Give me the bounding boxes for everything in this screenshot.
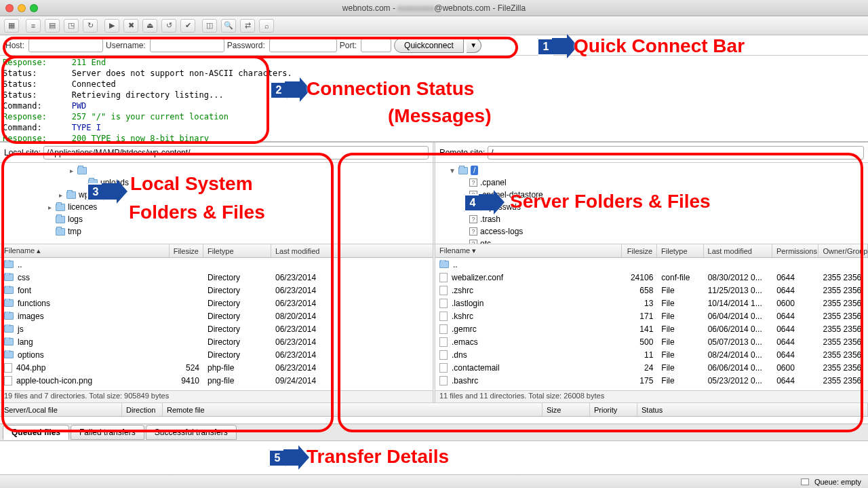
sync-icon[interactable]: ⇄ <box>240 19 255 33</box>
col-direction[interactable]: Direction <box>122 403 163 416</box>
expand-arrow-icon[interactable]: ▼ <box>449 167 456 174</box>
quickconnect-history-button[interactable]: ▼ <box>467 38 481 53</box>
toggle-queue-icon[interactable]: ◳ <box>64 19 79 33</box>
quickconnect-button[interactable]: Quickconnect <box>394 38 464 53</box>
list-item[interactable]: .gemrc141File06/06/2014 0...06442355 235… <box>435 322 868 335</box>
list-item[interactable]: fontDirectory06/23/2014 <box>0 284 433 297</box>
tree-item[interactable]: tmp <box>3 225 430 238</box>
list-item[interactable]: 404.php524php-file06/23/2014 <box>0 361 433 374</box>
cell: 13 <box>623 299 658 308</box>
list-item[interactable]: .kshrc171File06/04/2014 0...06442355 235… <box>435 309 868 322</box>
remote-directory-tree[interactable]: ▼/?.cpanel?.cpanel-datastore?.htpasswds?… <box>435 163 868 244</box>
tree-item[interactable]: ▼/ <box>438 164 865 176</box>
search-icon[interactable]: 🔍 <box>221 19 236 33</box>
tree-item[interactable]: ?etc <box>438 238 865 244</box>
username-input[interactable] <box>150 39 224 52</box>
expand-arrow-icon[interactable]: ▸ <box>46 204 53 211</box>
column-header[interactable]: Filename ▾ <box>435 244 622 257</box>
transfer-queue-body[interactable] <box>0 417 868 424</box>
column-header[interactable]: Filetype <box>203 244 271 257</box>
cell: .kshrc <box>435 312 623 321</box>
tree-item[interactable]: ▸wp-includes <box>3 189 430 201</box>
list-item[interactable]: .contactemail24File06/06/2014 0...060023… <box>435 361 868 374</box>
toggle-tree-icon[interactable]: ▤ <box>45 19 60 33</box>
local-list-body[interactable]: ..cssDirectory06/23/2014fontDirectory06/… <box>0 258 433 390</box>
tab-failed-transfers[interactable]: Failed transfers <box>71 425 144 440</box>
column-header[interactable]: Last modified <box>704 244 773 257</box>
column-header[interactable]: Filename ▴ <box>0 244 170 257</box>
list-item[interactable]: webalizer.conf24106conf-file08/30/2012 0… <box>435 271 868 284</box>
col-priority[interactable]: Priority <box>590 403 637 416</box>
host-input[interactable] <box>28 39 103 52</box>
tab-queued-files[interactable]: Queued files <box>3 425 69 440</box>
tab-successful-transfers[interactable]: Successful transfers <box>146 425 237 440</box>
tree-item[interactable]: ?.htpasswds <box>438 201 865 213</box>
cancel-icon[interactable]: ✖ <box>123 19 138 33</box>
list-item[interactable]: jsDirectory06/23/2014 <box>0 322 433 335</box>
toggle-log-icon[interactable]: ≡ <box>26 19 41 33</box>
column-header[interactable]: Permissions <box>772 244 818 257</box>
file-icon <box>439 312 448 321</box>
tree-item[interactable]: ▸licences <box>3 201 430 213</box>
filter-icon[interactable]: ✔ <box>180 19 195 33</box>
minimize-window-button[interactable] <box>18 4 26 12</box>
tree-item[interactable]: ?.cpanel <box>438 176 865 189</box>
tree-item[interactable]: logs <box>3 213 430 225</box>
log-message: 257 "/" is your current location <box>57 112 229 121</box>
cell: 06/23/2014 <box>271 337 332 347</box>
tree-item[interactable]: ?.cpanel-datastore <box>438 189 865 201</box>
zoom-window-button[interactable] <box>30 4 38 12</box>
transfer-queue-header[interactable]: Server/Local file Direction Remote file … <box>0 403 868 417</box>
list-item[interactable]: apple-touch-icon.png9410png-file09/24/20… <box>0 374 433 387</box>
list-item[interactable]: cssDirectory06/23/2014 <box>0 271 433 284</box>
col-status[interactable]: Status <box>637 403 868 416</box>
message-log[interactable]: Response: 211 EndStatus: Server does not… <box>0 56 868 143</box>
port-input[interactable] <box>361 39 391 52</box>
list-item[interactable]: optionsDirectory06/23/2014 <box>0 348 433 361</box>
cell: .zshrc <box>435 286 623 295</box>
process-queue-icon[interactable]: ▶ <box>104 19 119 33</box>
tree-item[interactable]: ▸ <box>3 164 430 176</box>
list-item[interactable]: imagesDirectory08/20/2014 <box>0 309 433 322</box>
disconnect-icon[interactable]: ⏏ <box>142 19 157 33</box>
list-item[interactable]: .dns11File08/24/2014 0...06442355 2356 <box>435 348 868 361</box>
col-size[interactable]: Size <box>542 403 590 416</box>
list-item[interactable]: .emacs500File05/07/2013 0...06442355 235… <box>435 335 868 348</box>
col-server-local[interactable]: Server/Local file <box>0 403 122 416</box>
list-item[interactable]: .bashrc175File05/23/2012 0...06442355 23… <box>435 374 868 387</box>
column-header[interactable]: Filesize <box>170 244 203 257</box>
close-window-button[interactable] <box>5 4 14 12</box>
remote-site-input[interactable] <box>488 146 864 159</box>
log-message: Retrieving directory listing... <box>57 90 224 100</box>
local-list-header[interactable]: Filename ▴FilesizeFiletypeLast modified <box>0 244 433 258</box>
list-item[interactable]: .. <box>435 258 868 271</box>
remote-list-body[interactable]: ..webalizer.conf24106conf-file08/30/2012… <box>435 258 868 390</box>
reconnect-icon[interactable]: ↺ <box>161 19 176 33</box>
refresh-icon[interactable]: ↻ <box>83 19 98 33</box>
list-item[interactable]: langDirectory06/23/2014 <box>0 335 433 348</box>
list-item[interactable]: .. <box>0 258 433 271</box>
column-header[interactable]: Last modified <box>271 244 332 257</box>
local-directory-tree[interactable]: ▸uploads▸wp-includes▸licenceslogstmp <box>0 163 433 244</box>
password-input[interactable] <box>269 39 337 52</box>
list-item[interactable]: .zshrc658File11/25/2013 0...06442355 235… <box>435 284 868 297</box>
column-header[interactable]: Filesize <box>622 244 657 257</box>
site-manager-icon[interactable]: ▦ <box>4 19 19 33</box>
compare-icon[interactable]: ◫ <box>202 19 217 33</box>
col-remote-file[interactable]: Remote file <box>163 403 542 416</box>
column-header[interactable]: Owner/Group <box>818 244 868 257</box>
list-item[interactable]: functionsDirectory06/23/2014 <box>0 297 433 309</box>
column-header[interactable]: Filetype <box>657 244 703 257</box>
list-item[interactable]: .lastlogin13File10/14/2014 1...06002355 … <box>435 297 868 309</box>
local-site-input[interactable] <box>43 146 429 159</box>
tree-item-label: tmp <box>68 227 81 236</box>
tree-item[interactable]: ?.trash <box>438 213 865 225</box>
remote-list-header[interactable]: Filename ▾FilesizeFiletypeLast modifiedP… <box>435 244 868 258</box>
expand-arrow-icon[interactable]: ▸ <box>57 191 64 199</box>
tree-item[interactable]: ?access-logs <box>438 225 865 238</box>
binoculars-icon[interactable]: ⌕ <box>259 19 274 33</box>
tree-item[interactable]: uploads <box>3 176 430 189</box>
cell: 141 <box>623 324 658 334</box>
file-name: css <box>18 273 30 282</box>
expand-arrow-icon[interactable]: ▸ <box>68 167 75 174</box>
